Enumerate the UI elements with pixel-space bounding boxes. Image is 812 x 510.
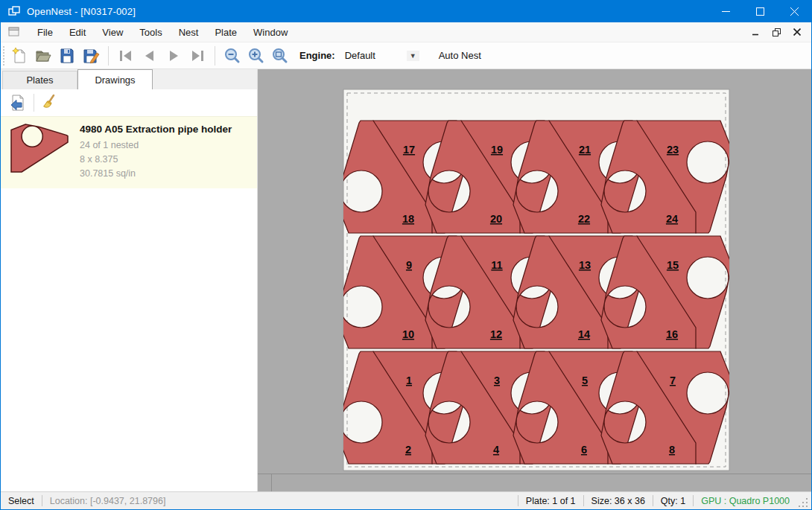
part-number-label: 14 — [578, 328, 590, 340]
toolbar-grip[interactable] — [3, 46, 7, 66]
menu-item-nest[interactable]: Nest — [171, 24, 207, 41]
zoom-in-icon — [247, 47, 265, 65]
toolbar-separator — [215, 46, 215, 66]
minimize-button[interactable] — [708, 0, 743, 22]
part-number-label: 3 — [494, 374, 500, 386]
status-bar: Select Location: [-0.9437, 21.8796] Plat… — [1, 491, 811, 509]
drawing-list-empty-space — [1, 188, 257, 491]
canvas-scrollbar[interactable] — [258, 474, 811, 491]
auto-nest-button[interactable]: Auto Nest — [433, 47, 487, 64]
part-number-label: 1 — [406, 374, 412, 386]
status-qty: Qty: 1 — [653, 496, 693, 506]
clean-drawings-button[interactable] — [39, 92, 61, 114]
first-plate-button[interactable] — [115, 45, 137, 67]
engine-value: Default — [345, 50, 401, 61]
part-number-label: 10 — [402, 328, 414, 340]
import-drawing-button[interactable] — [7, 92, 29, 114]
part-number-label: 17 — [403, 144, 415, 156]
zoom-extents-button[interactable] — [269, 45, 291, 67]
drawing-info: 4980 A05 Extraction pipe holder 24 of 1 … — [80, 123, 232, 181]
last-plate-icon — [188, 47, 206, 65]
main-toolbar: Engine: Default ▼ Auto Nest — [1, 42, 811, 69]
open-file-icon — [34, 47, 52, 65]
menu-bar: FileEditViewToolsNestPlateWindow — [1, 22, 811, 42]
menu-item-edit[interactable]: Edit — [61, 24, 94, 41]
engine-area: Engine: Default ▼ Auto Nest — [299, 47, 487, 64]
drawing-thumbnail — [10, 123, 72, 181]
status-location: Location: [-0.9437, 21.8796] — [42, 496, 174, 506]
part-number-label: 12 — [490, 328, 502, 340]
zoom-out-icon — [223, 47, 241, 65]
app-icon — [7, 4, 21, 18]
menu-item-file[interactable]: File — [29, 24, 61, 41]
title-bar: OpenNest - [N0317-002] — [1, 0, 811, 22]
part-number-label: 4 — [493, 444, 499, 456]
mdi-restore-button[interactable] — [768, 25, 784, 39]
sidebar-tabs: Plates Drawings — [1, 69, 257, 89]
part-number-label: 7 — [670, 374, 676, 386]
zoom-in-button[interactable] — [245, 45, 267, 67]
tab-drawings[interactable]: Drawings — [77, 69, 153, 89]
part-number-label: 23 — [667, 144, 679, 156]
last-plate-button[interactable] — [186, 45, 209, 67]
save-as-icon — [82, 47, 100, 65]
import-drawing-icon — [9, 94, 27, 112]
previous-plate-button[interactable] — [139, 45, 161, 67]
chevron-down-icon: ▼ — [407, 51, 419, 61]
save-as-button[interactable] — [80, 45, 102, 67]
sidebar-panel: Plates Drawings — [1, 69, 258, 491]
content-area: Plates Drawings — [1, 69, 811, 491]
menu-item-view[interactable]: View — [94, 24, 131, 41]
part-number-label: 15 — [667, 259, 679, 271]
plate-view[interactable]: 171819202122232491011121314151612345678 — [258, 69, 811, 474]
menu-item-tools[interactable]: Tools — [131, 24, 170, 41]
new-document-button[interactable] — [8, 45, 31, 67]
drawing-area: 30.7815 sq/in — [80, 167, 232, 181]
mdi-minimize-button[interactable] — [747, 25, 764, 39]
part-number-label: 11 — [491, 259, 502, 271]
document-window-icon — [8, 27, 20, 37]
status-gpu: GPU : Quadro P1000 — [694, 496, 797, 506]
drawings-toolbar — [1, 89, 257, 116]
part-number-label: 9 — [406, 259, 412, 271]
resize-grip[interactable] — [799, 498, 809, 509]
drawing-title: 4980 A05 Extraction pipe holder — [80, 124, 232, 135]
menu-item-plate[interactable]: Plate — [206, 24, 245, 41]
status-mode: Select — [1, 496, 42, 506]
part-number-label: 2 — [405, 444, 411, 456]
part-number-label: 16 — [666, 328, 678, 340]
zoom-out-button[interactable] — [221, 45, 244, 67]
app-window: OpenNest - [N0317-002] FileEditViewTools… — [0, 0, 812, 510]
status-right: Plate: 1 of 1 Size: 36 x 36 Qty: 1 GPU :… — [518, 494, 811, 509]
part-number-label: 5 — [582, 374, 588, 386]
first-plate-icon — [117, 47, 135, 65]
drawing-size: 8 x 8.375 — [80, 153, 232, 167]
mdi-controls — [747, 25, 811, 39]
mdi-close-button[interactable] — [789, 25, 805, 39]
status-plate: Plate: 1 of 1 — [518, 496, 583, 506]
menu-items: FileEditViewToolsNestPlateWindow — [29, 24, 296, 41]
maximize-button[interactable] — [743, 0, 777, 22]
close-button[interactable] — [777, 0, 811, 22]
save-icon — [58, 47, 76, 65]
save-button[interactable] — [56, 45, 78, 67]
open-file-button[interactable] — [32, 45, 54, 67]
part-number-label: 19 — [491, 144, 503, 156]
drawing-nested-count: 24 of 1 nested — [80, 138, 232, 153]
previous-plate-icon — [141, 47, 159, 65]
engine-combobox[interactable]: Default ▼ — [340, 48, 422, 63]
part-number-label: 13 — [579, 259, 591, 271]
drawing-list-item[interactable]: 4980 A05 Extraction pipe holder 24 of 1 … — [1, 116, 257, 188]
part-number-label: 6 — [581, 444, 587, 456]
broom-icon — [41, 94, 59, 112]
engine-label: Engine: — [299, 50, 335, 61]
menu-item-window[interactable]: Window — [245, 24, 296, 41]
nest-canvas[interactable]: 171819202122232491011121314151612345678 — [258, 69, 811, 491]
tab-plates[interactable]: Plates — [2, 71, 77, 89]
toolbar-separator — [34, 94, 34, 112]
next-plate-icon — [165, 47, 183, 65]
new-document-icon — [10, 47, 28, 65]
next-plate-button[interactable] — [162, 45, 185, 67]
part-number-label: 20 — [490, 213, 502, 225]
part-number-label: 21 — [579, 144, 591, 156]
